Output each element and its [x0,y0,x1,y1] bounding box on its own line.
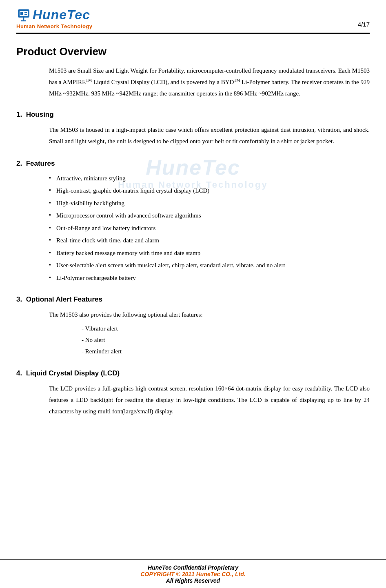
header: HuneTec Human Network Technology 4/17 [16,0,370,34]
list-item: Li-Polymer rechargeable battery [49,273,370,284]
optional-alert-sublist: - Vibrator alert - No alert - Reminder a… [82,323,370,357]
list-item: - Reminder alert [82,346,370,357]
svg-rect-3 [24,12,27,13]
section-housing-title: 1. Housing [16,111,370,119]
svg-rect-4 [24,14,27,15]
section-housing: 1. Housing The M1503 is housed in a high… [16,111,370,147]
svg-rect-2 [20,12,23,15]
content: Product Overview M1503 are Small Size an… [16,45,370,417]
section-lcd-title: 4. Liquid Crystal Display (LCD) [16,369,370,377]
section-optional-alert-body: The M1503 also provides the following op… [49,309,370,321]
section-lcd: 4. Liquid Crystal Display (LCD) The LCD … [16,369,370,417]
logo-subtitle: Human Network Technology [16,23,93,29]
list-item: Out-of-Range and low battery indicators [49,223,370,234]
logo-top: HuneTec [16,7,93,22]
section-features: 2. Features Attractive, miniature stylin… [16,160,370,284]
footer-copyright: COPYRIGHT © 2011 HuneTec CO., Ltd. [16,571,370,577]
footer-line1: HuneTec Confidential Proprietary [16,564,370,571]
page-wrapper: HuneTec Human Network Technology HuneTec… [0,0,386,588]
list-item: - No alert [82,335,370,346]
list-item: User-selectable alert screen with musica… [49,260,370,271]
section-optional-alert-title: 3. Optional Alert Features [16,295,370,304]
list-item: Attractive, miniature styling [49,173,370,184]
list-item: Real-time clock with time, date and alar… [49,235,370,246]
page-title: Product Overview [16,45,370,58]
section-lcd-body: The LCD provides a full-graphics high co… [49,383,370,417]
logo-antenna-icon [16,8,31,22]
list-item: High-contrast, graphic dot-matrix liquid… [49,186,370,196]
footer: HuneTec Confidential Proprietary COPYRIG… [0,559,386,588]
list-item: - Vibrator alert [82,323,370,335]
intro-paragraph: M1503 are Small Size and Light Weight fo… [49,65,370,99]
list-item: High-visibility backlighting [49,198,370,209]
section-optional-alert: 3. Optional Alert Features The M1503 als… [16,295,370,357]
footer-rights: All Rights Reserved [16,577,370,584]
logo-area: HuneTec Human Network Technology [16,7,93,29]
section-features-title: 2. Features [16,160,370,168]
list-item: Microprocessor control with advanced sof… [49,211,370,221]
page-number: 4/17 [358,21,370,29]
section-housing-body: The M1503 is housed in a high-impact pla… [49,124,370,147]
list-item: Battery backed message memory with time … [49,248,370,259]
logo-text: HuneTec [33,7,90,22]
features-list: Attractive, miniature styling High-contr… [49,173,370,284]
